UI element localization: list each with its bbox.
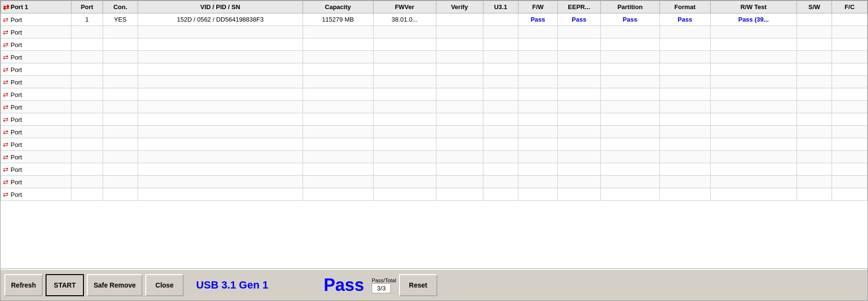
port-label-text: Port [11, 66, 22, 73]
rwtest-value [710, 188, 797, 201]
port-number [71, 113, 103, 126]
usb-icon: ⇄ [3, 66, 9, 73]
fw-value [518, 38, 558, 51]
col-header-fc: F/C [832, 1, 868, 13]
table-row[interactable]: ⇄Port [1, 38, 868, 51]
con-value [103, 138, 138, 151]
eepr-value: Pass [557, 13, 600, 26]
sw-value [797, 88, 832, 101]
table-row[interactable]: ⇄Port [1, 138, 868, 151]
con-value [103, 101, 138, 113]
verify-value [436, 13, 483, 26]
usb-icon: ⇄ [3, 128, 9, 136]
con-value [103, 63, 138, 76]
sw-value [797, 176, 832, 188]
rwtest-value [710, 176, 797, 188]
u31-value [483, 63, 518, 76]
rwtest-value [710, 38, 797, 51]
fc-value [832, 76, 868, 88]
partition-value [600, 151, 659, 163]
safe-remove-button[interactable]: Safe Remove [87, 274, 142, 296]
usb-gen-label: USB 3.1 Gen 1 [196, 279, 282, 291]
con-value [103, 76, 138, 88]
port-label-cell: ⇄Port [1, 126, 71, 138]
sw-value [797, 126, 832, 138]
table-row[interactable]: ⇄Port [1, 26, 868, 38]
refresh-button[interactable]: Refresh [4, 274, 43, 296]
table-row[interactable]: ⇄Port [1, 188, 868, 201]
port-number [71, 126, 103, 138]
u31-value [483, 138, 518, 151]
table-row[interactable]: ⇄Port [1, 101, 868, 113]
port-label-text: Port [11, 29, 22, 36]
table-row[interactable]: ⇄Port [1, 176, 868, 188]
port-label-cell: ⇄Port [1, 163, 71, 176]
col-header-port1: ⇄ Port 1 [1, 1, 71, 13]
fw-value [518, 51, 558, 63]
port-label-text: Port [11, 141, 22, 148]
usb-icon-header: ⇄ [3, 2, 9, 12]
port-number [71, 26, 103, 38]
rwtest-value [710, 163, 797, 176]
usb-icon: ⇄ [3, 28, 9, 36]
table-row[interactable]: ⇄Port [1, 76, 868, 88]
format-value [659, 76, 710, 88]
fc-value [832, 88, 868, 101]
port-label-cell: ⇄Port [1, 101, 71, 113]
table-row[interactable]: ⇄Port [1, 88, 868, 101]
port-number [71, 176, 103, 188]
format-value [659, 101, 710, 113]
usb-icon: ⇄ [3, 16, 9, 24]
sw-value [797, 151, 832, 163]
capacity-value [303, 38, 373, 51]
col-header-rwtest: R/W Test [710, 1, 797, 13]
usb-icon: ⇄ [3, 141, 9, 148]
port-number [71, 88, 103, 101]
reset-button[interactable]: Reset [399, 274, 437, 296]
close-button[interactable]: Close [145, 274, 184, 296]
table-row[interactable]: ⇄Port [1, 163, 868, 176]
col-header-fwver: FWVer [373, 1, 436, 13]
fc-value [832, 26, 868, 38]
start-button[interactable]: START [46, 274, 84, 296]
table-row[interactable]: ⇄Port [1, 113, 868, 126]
pass-total-group: Pass/Total 3/3 [372, 277, 396, 293]
vidpidsn-value: 152D / 0562 / DD564198838F3 [138, 13, 303, 26]
vidpidsn-value [138, 151, 303, 163]
sw-value [797, 163, 832, 176]
port-label-text: Port [11, 91, 22, 98]
table-row[interactable]: ⇄Port [1, 63, 868, 76]
sw-value [797, 76, 832, 88]
port-number: 1 [71, 13, 103, 26]
sw-value [797, 138, 832, 151]
partition-value [600, 126, 659, 138]
fc-value [832, 176, 868, 188]
table-row[interactable]: ⇄Port1YES152D / 0562 / DD564198838F31152… [1, 13, 868, 26]
capacity-value [303, 88, 373, 101]
u31-value [483, 88, 518, 101]
col-header-port: Port [71, 1, 103, 13]
port-label-cell: ⇄Port [1, 151, 71, 163]
format-value [659, 38, 710, 51]
port-label-cell: ⇄Port [1, 138, 71, 151]
vidpidsn-value [138, 101, 303, 113]
capacity-value: 115279 MB [303, 13, 373, 26]
rwtest-value [710, 63, 797, 76]
usb-icon: ⇄ [3, 153, 9, 161]
col-header-partition: Partition [600, 1, 659, 13]
port-number [71, 63, 103, 76]
fc-value [832, 63, 868, 76]
eepr-value [557, 188, 600, 201]
table-row[interactable]: ⇄Port [1, 151, 868, 163]
table-row[interactable]: ⇄Port [1, 51, 868, 63]
fwver-value [373, 113, 436, 126]
sw-value [797, 13, 832, 26]
col-header-fw: F/W [518, 1, 558, 13]
vidpidsn-value [138, 126, 303, 138]
sw-value [797, 51, 832, 63]
vidpidsn-value [138, 138, 303, 151]
eepr-value [557, 51, 600, 63]
format-value: Pass [659, 13, 710, 26]
table-row[interactable]: ⇄Port [1, 126, 868, 138]
con-value [103, 151, 138, 163]
